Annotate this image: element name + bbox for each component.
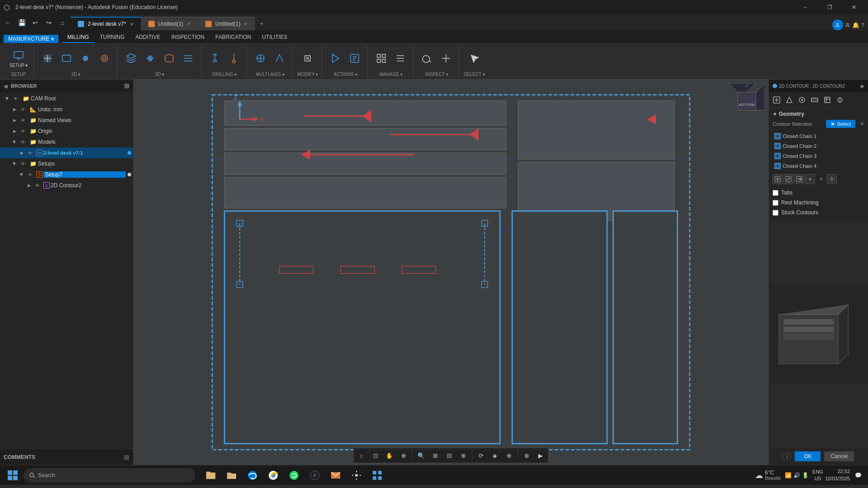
viewport-more-button[interactable]: ⊕ — [503, 450, 515, 461]
viewport-loupe-button[interactable]: 🔍 — [415, 450, 427, 461]
chain-add-button[interactable] — [773, 174, 783, 184]
swarf-button[interactable] — [270, 46, 289, 71]
2d-pocket-button[interactable] — [76, 46, 95, 71]
taskbar-search-box[interactable]: Search — [24, 468, 195, 483]
view-cube[interactable]: BOTTOM Z — [729, 83, 765, 119]
panel-tool-1[interactable] — [771, 94, 783, 106]
3d-adaptive-button[interactable] — [122, 46, 140, 71]
taskbar-app-explorer[interactable] — [201, 465, 221, 485]
viewport-home-button[interactable]: ⌂ — [355, 450, 368, 461]
post-process-button[interactable] — [346, 46, 364, 71]
viewport-display-button[interactable]: ⊟ — [443, 450, 455, 461]
close-button[interactable]: ✕ — [844, 0, 864, 14]
eye-contour2[interactable]: 👁 — [33, 181, 42, 190]
cancel-button[interactable]: Cancel — [824, 451, 854, 461]
viewport-rotate-button[interactable]: ⟳ — [474, 450, 487, 461]
add-tab-button[interactable]: + — [255, 18, 268, 30]
panel-tool-3[interactable] — [796, 94, 808, 106]
2d-contour-button[interactable] — [57, 46, 76, 71]
right-panel-expand-button[interactable]: ▶ — [861, 83, 864, 89]
stock-contours-checkbox[interactable] — [773, 210, 778, 216]
3d-contour-button[interactable] — [160, 46, 178, 71]
tree-item-units[interactable]: ▶ 👁 📐 Units: mm — [0, 104, 133, 115]
2d-bore-button[interactable] — [95, 46, 114, 71]
rest-machining-checkbox[interactable] — [773, 200, 778, 206]
viewport-inspect-button[interactable]: ▶ — [534, 450, 547, 461]
tree-item-named-views[interactable]: ▶ 👁 📁 Named Views — [0, 115, 133, 126]
contour-select-button[interactable]: Select — [826, 120, 855, 128]
tree-arrow-contour2[interactable]: ▶ — [25, 182, 33, 189]
eye-models[interactable]: 👁 — [19, 138, 27, 146]
viewport-zoom-button[interactable]: ⊕ — [397, 450, 410, 461]
viewport-sketch-button[interactable]: ⊕ — [457, 450, 470, 461]
tree-arrow-desk[interactable]: ▶ — [18, 149, 25, 156]
taskbar-app-chrome[interactable] — [263, 465, 283, 485]
tab-untitled1-close[interactable]: ✕ — [187, 21, 190, 26]
help-button[interactable]: ? — [861, 22, 864, 28]
tabs-checkbox[interactable] — [773, 190, 778, 196]
2d-adaptive-button[interactable] — [38, 46, 57, 71]
tree-item-setups[interactable]: ▶ 👁 📁 Setups — [0, 158, 133, 169]
chain-edit-button[interactable] — [783, 174, 793, 184]
ribbon-tab-utilities[interactable]: UTILITIES — [256, 32, 293, 43]
manufacture-button[interactable]: MANUFACTURE ▾ — [4, 35, 58, 43]
clock-widget[interactable]: 22:52 10/03/2025 — [825, 468, 850, 482]
ribbon-tab-inspection[interactable]: INSPECTION — [166, 32, 210, 43]
taskbar-app-settings[interactable] — [346, 465, 366, 485]
boring-button[interactable] — [225, 46, 243, 71]
tree-item-cam-root[interactable]: ▶ 👁 📁 CAM Root — [0, 93, 133, 104]
ok-button[interactable]: OK — [795, 451, 821, 461]
browser-expand-button[interactable]: ⊞ — [124, 82, 129, 90]
viewport-visual-button[interactable]: ◈ — [489, 450, 501, 461]
viewport[interactable]: BOTTOM Z — [133, 80, 768, 465]
panel-tool-4[interactable] — [809, 94, 821, 106]
battery-icon[interactable]: 🔋 — [802, 472, 809, 479]
home-button[interactable]: ⌂ — [56, 16, 69, 29]
taskbar-app-extra[interactable] — [367, 465, 387, 485]
multiaxis-button[interactable] — [251, 46, 270, 71]
3d-pocket-button[interactable] — [141, 46, 159, 71]
ribbon-tab-fabrication[interactable]: FABRICATION — [210, 32, 256, 43]
manage-button[interactable] — [372, 46, 390, 71]
chain-item-1[interactable]: Closed Chain 1 — [773, 132, 864, 141]
network-icon[interactable]: 📶 — [784, 472, 792, 479]
notification-center-button[interactable]: 💬 — [852, 469, 864, 482]
select-button[interactable] — [465, 46, 484, 71]
comments-expand-button[interactable]: ⊞ — [124, 454, 129, 461]
tree-item-origin[interactable]: ▶ 👁 📁 Origin — [0, 126, 133, 137]
tree-item-setup7[interactable]: ▶ 👁 S Setup7 — [0, 169, 133, 180]
tree-arrow-models[interactable]: ▶ — [11, 138, 18, 146]
tree-item-models[interactable]: ▶ 👁 📁 Models — [0, 137, 133, 147]
viewport-fit-button[interactable]: ⊡ — [369, 450, 382, 461]
chain-item-4[interactable]: Closed Chain 4 — [773, 161, 864, 171]
geometry-section-header[interactable]: ▼ Geometry — [773, 111, 864, 117]
eye-desk[interactable]: 👁 — [26, 149, 34, 157]
minimize-button[interactable]: − — [795, 0, 816, 14]
start-button[interactable] — [4, 466, 22, 484]
viewport-pan-button[interactable]: ✋ — [383, 450, 396, 461]
tab-untitled2-close[interactable]: ✕ — [244, 21, 247, 26]
simulate-button[interactable] — [327, 46, 345, 71]
eye-units[interactable]: 👁 — [19, 105, 27, 114]
undo-button[interactable]: ↩ — [29, 16, 42, 29]
viewport-measure-button[interactable]: ⊕ — [520, 450, 533, 461]
panel-tool-5[interactable] — [821, 94, 833, 106]
inspect-button[interactable] — [418, 46, 436, 71]
tab-untitled1[interactable]: Untitled(1) ✕ — [141, 17, 198, 30]
taskbar-app-whatsapp[interactable] — [284, 465, 304, 485]
tree-arrow-cam-root[interactable]: ▶ — [4, 95, 11, 102]
taskbar-app-mail[interactable] — [326, 465, 346, 485]
tab-untitled2[interactable]: Untitled(1) ✕ — [198, 17, 255, 30]
tree-arrow-units[interactable]: ▶ — [11, 106, 18, 113]
chain-settings-button[interactable] — [827, 174, 837, 184]
browser-back-button[interactable]: ◂ — [4, 82, 7, 90]
taskbar-app-folder[interactable] — [222, 465, 242, 485]
drilling-button[interactable] — [206, 46, 224, 71]
nav-back-button[interactable]: ← — [2, 16, 14, 29]
eye-setups[interactable]: 👁 — [19, 160, 27, 168]
tree-arrow-setups[interactable]: ▶ — [11, 160, 18, 167]
chain-more-button[interactable]: ▼ — [805, 174, 815, 184]
tab-main-close[interactable]: ✕ — [130, 22, 133, 27]
taskbar-app-fusion[interactable]: F — [305, 465, 325, 485]
measure-button[interactable] — [437, 46, 455, 71]
